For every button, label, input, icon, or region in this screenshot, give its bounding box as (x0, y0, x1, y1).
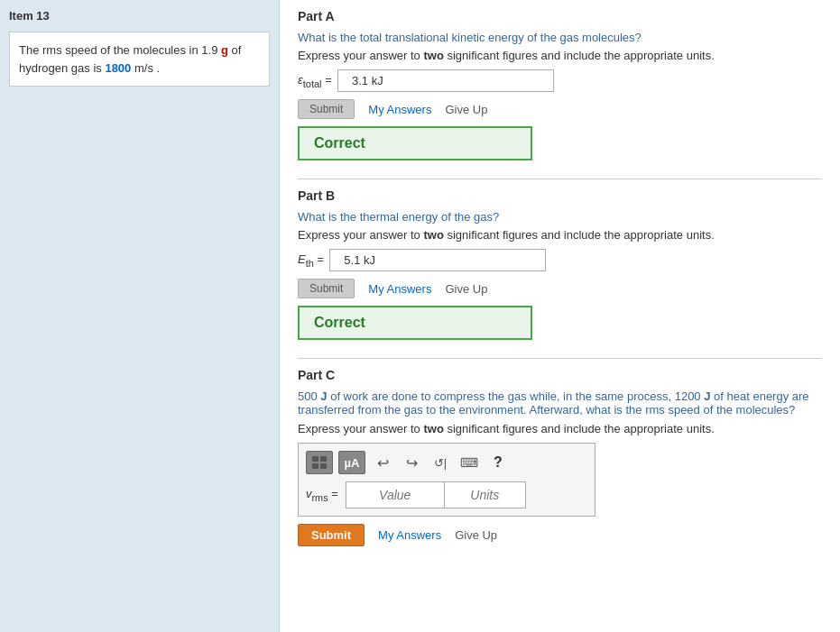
part-b-answer-label: Eth = (298, 252, 324, 269)
part-b-give-up-link[interactable]: Give Up (445, 282, 487, 296)
part-b-action-row: Submit My Answers Give Up (298, 279, 822, 298)
svg-rect-1 (320, 456, 327, 462)
part-a-label: Part A (298, 9, 822, 23)
svg-rect-0 (312, 456, 318, 462)
part-a-action-row: Submit My Answers Give Up (298, 99, 822, 119)
part-b-question: What is the thermal energy of the gas? (298, 210, 822, 224)
toolbar-redo-button[interactable]: ↪ (400, 451, 423, 474)
part-c-label-sub: rms (312, 492, 328, 503)
part-c-vrms-label: vrms = (306, 487, 338, 503)
part-a-instr-suffix: significant figures and include the appr… (444, 49, 715, 62)
part-c-section: Part C 500 J of work are done to compres… (298, 368, 822, 563)
part-a-question: What is the total translational kinetic … (298, 31, 822, 44)
part-b-label-sub: th (306, 257, 314, 268)
sidebar: Item 13 The rms speed of the molecules i… (0, 0, 280, 632)
part-b-instr-suffix: significant figures and include the appr… (444, 228, 715, 242)
part-a-instr-prefix: Express your answer to (298, 49, 423, 62)
part-a-instr-bold: two (423, 49, 443, 62)
part-a-give-up-link[interactable]: Give Up (445, 103, 487, 116)
part-b-instr-bold: two (423, 228, 443, 242)
part-c-give-up-link[interactable]: Give Up (455, 528, 497, 542)
part-c-q-j1: J (320, 389, 327, 403)
part-b-instr-prefix: Express your answer to (298, 228, 423, 242)
part-b-answer-input[interactable] (329, 249, 546, 271)
part-a-submit-button[interactable]: Submit (298, 99, 355, 119)
item-title: Item 13 (9, 9, 270, 23)
part-c-action-row: Submit My Answers Give Up (298, 524, 822, 546)
problem-text-speed-unit: m/s (131, 61, 153, 75)
part-c-units-input[interactable] (445, 481, 526, 508)
part-c-my-answers-link[interactable]: My Answers (378, 528, 441, 542)
part-c-submit-button[interactable]: Submit (298, 524, 365, 546)
part-a-my-answers-link[interactable]: My Answers (368, 103, 431, 116)
problem-text-period: . (153, 61, 160, 75)
part-c-toolbar-icons: µA ↩ ↪ ↺| ⌨ ? (306, 451, 587, 474)
part-c-instr-prefix: Express your answer to (298, 422, 423, 435)
part-c-question: 500 J of work are done to compress the g… (298, 389, 822, 417)
toolbar-undo-button[interactable]: ↩ (371, 451, 394, 474)
toolbar-mu-a-button[interactable]: µA (338, 451, 365, 474)
part-a-answer-label: εtotal = (298, 73, 332, 89)
part-b-my-answers-link[interactable]: My Answers (368, 282, 431, 296)
part-c-value-input[interactable] (346, 481, 445, 508)
problem-text-prefix: The rms speed of the molecules in 1.9 (19, 43, 221, 57)
toolbar-help-button[interactable]: ? (486, 451, 510, 474)
highlight-speed: 1800 (105, 61, 131, 75)
part-c-q-middle1: of work are done to compress the gas whi… (328, 389, 705, 403)
part-c-instr-bold: two (423, 422, 443, 435)
part-b-label-prefix: E (298, 252, 306, 266)
problem-box: The rms speed of the molecules in 1.9 g … (9, 32, 270, 87)
part-b-instruction: Express your answer to two significant f… (298, 228, 822, 242)
part-c-toolbar-box: µA ↩ ↪ ↺| ⌨ ? vrms = (298, 443, 595, 517)
part-a-section: Part A What is the total translational k… (298, 9, 822, 179)
part-b-correct-banner: Correct (298, 306, 532, 340)
svg-rect-3 (320, 463, 327, 469)
part-c-answer-row: vrms = (306, 481, 587, 508)
part-c-label: Part C (298, 368, 822, 382)
part-c-q-prefix: 500 (298, 389, 320, 403)
part-b-label: Part B (298, 188, 822, 203)
toolbar-grid-icon[interactable] (306, 451, 333, 474)
part-c-instr-suffix: significant figures and include the appr… (444, 422, 715, 435)
part-b-submit-button[interactable]: Submit (298, 279, 355, 298)
part-c-label-eq: = (328, 487, 338, 500)
highlight-g: g (221, 43, 228, 57)
svg-rect-2 (312, 463, 318, 469)
part-b-section: Part B What is the thermal energy of the… (298, 188, 822, 359)
part-c-instruction: Express your answer to two significant f… (298, 422, 822, 435)
part-b-answer-row: Eth = (298, 249, 822, 271)
part-a-label-sub: total (303, 78, 322, 88)
page-wrapper: Item 13 The rms speed of the molecules i… (0, 0, 840, 632)
part-a-instruction: Express your answer to two significant f… (298, 49, 822, 62)
part-a-answer-row: εtotal = (298, 69, 822, 92)
main-content: Part A What is the total translational k… (280, 0, 840, 632)
toolbar-refresh-button[interactable]: ↺| (429, 451, 452, 474)
part-a-answer-input[interactable] (337, 69, 554, 92)
part-b-label-eq: = (314, 252, 324, 266)
part-a-correct-banner: Correct (298, 126, 532, 160)
part-a-label-eq: = (322, 73, 332, 87)
toolbar-keyboard-button[interactable]: ⌨ (457, 451, 481, 474)
